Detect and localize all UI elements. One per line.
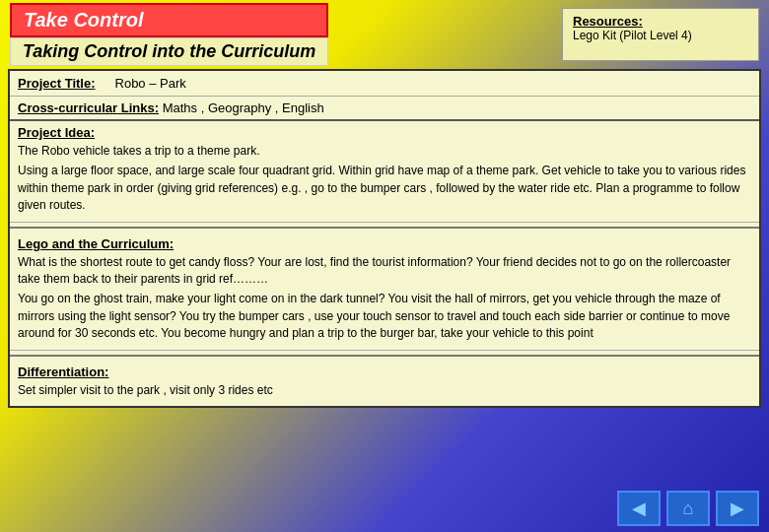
- project-idea-heading: Project Idea:: [18, 125, 751, 140]
- curriculum-subtitle: Taking Control into the Curriculum: [10, 37, 328, 66]
- differentiation-heading: Differentiation:: [18, 365, 751, 379]
- lego-curriculum-para1: What is the shortest route to get candy …: [18, 254, 751, 289]
- divider1: [10, 227, 759, 229]
- cross-curricular-row: Cross-curricular Links: Maths , Geograph…: [10, 97, 759, 121]
- differentiation-section: Differentiation: Set simpler visit to th…: [10, 361, 759, 406]
- footer-nav: ◀ ⌂ ▶: [617, 491, 759, 526]
- home-button[interactable]: ⌂: [666, 491, 710, 526]
- differentiation-para1: Set simpler visit to the park , visit on…: [18, 382, 751, 399]
- lego-curriculum-para2: You go on the ghost train, make your lig…: [18, 291, 751, 342]
- home-icon: ⌂: [683, 499, 694, 519]
- resources-box: Resources: Lego Kit (Pilot Level 4): [562, 8, 759, 61]
- divider2: [10, 355, 759, 357]
- resources-item: Lego Kit (Pilot Level 4): [573, 29, 748, 42]
- back-button[interactable]: ◀: [617, 491, 661, 526]
- cross-value: Maths , Geography , English: [163, 100, 324, 115]
- project-title-value: Robo – Park: [115, 76, 186, 91]
- take-control-title: Take Control: [10, 3, 328, 37]
- back-icon: ◀: [632, 498, 646, 519]
- cross-label: Cross-curricular Links:: [18, 100, 159, 115]
- project-idea-para1: The Robo vehicle takes a trip to a theme…: [18, 143, 751, 160]
- resources-title: Resources:: [573, 14, 748, 29]
- project-title-label: Project Title:: [18, 76, 96, 91]
- lego-curriculum-heading: Lego and the Curriculum:: [18, 236, 751, 251]
- main-content: Project Title: Robo – Park Cross-curricu…: [8, 69, 761, 408]
- forward-icon: ▶: [731, 498, 744, 519]
- project-idea-section: Project Idea: The Robo vehicle takes a t…: [10, 121, 759, 223]
- header: Take Control Taking Control into the Cur…: [0, 0, 769, 69]
- lego-curriculum-section: Lego and the Curriculum: What is the sho…: [10, 233, 759, 351]
- title-block: Take Control Taking Control into the Cur…: [10, 8, 328, 61]
- project-idea-para2: Using a large floor space, and large sca…: [18, 163, 751, 214]
- project-title-row: Project Title: Robo – Park: [10, 71, 759, 97]
- forward-button[interactable]: ▶: [716, 491, 759, 526]
